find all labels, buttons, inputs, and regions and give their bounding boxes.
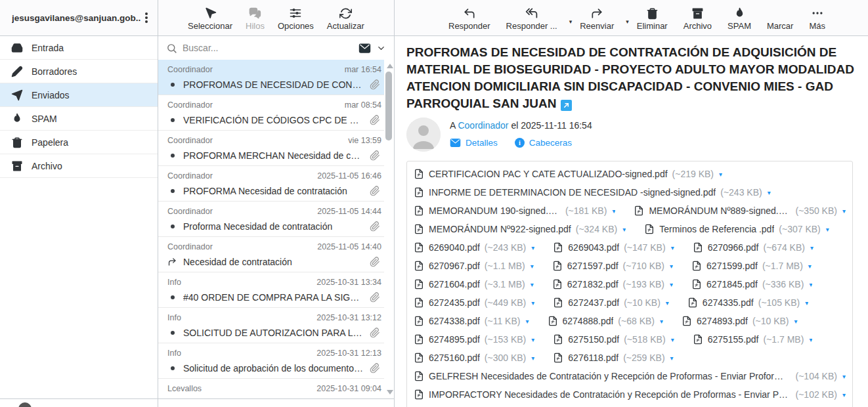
reply-all-button[interactable]: Responder ... [506,5,557,31]
attachment[interactable]: 6270966.pdf (~674 KB) ▾ [693,242,814,253]
attachment[interactable]: IMPORFACTORY Necesidades de Contratación… [414,389,846,400]
attachment[interactable]: 6274893.pdf (~10 KB) ▾ [682,316,798,326]
attachment[interactable]: 6270967.pdf (~1.1 MB) ▾ [414,261,534,271]
message-list-item[interactable]: Coordinador 2025-11-05 14:44 Proforma Ne… [158,202,384,237]
sidebar-item-enviados[interactable]: Enviados [0,83,158,107]
attachment-dropdown-icon[interactable]: ▾ [768,189,771,196]
threads-button[interactable]: Hilos [246,5,265,31]
attachment-dropdown-icon[interactable]: ▾ [842,207,846,215]
message-list-item[interactable]: Info 2025-10-31 13:34 #40 ORDEN DE COMPR… [158,272,384,308]
spam-button[interactable]: SPAM [727,5,751,31]
attachment[interactable]: 6274888.pdf (~68 KB) ▾ [548,316,664,326]
chevron-down-icon[interactable] [376,43,386,53]
attachment-dropdown-icon[interactable]: ▾ [810,244,814,251]
attachment[interactable]: MEMORÁNDUM Nº922-signed.pdf (~324 KB) ▾ [414,224,626,234]
attachment[interactable]: 6271599.pdf (~1.7 MB) ▾ [691,261,812,271]
attachment-dropdown-icon[interactable]: ▾ [842,391,846,398]
message-list-item[interactable]: Coordinador mar 08:54 VERIFICACIÓN DE CÓ… [158,95,384,131]
scroll-down-icon[interactable] [387,390,393,395]
delete-button[interactable]: Eliminar [637,5,668,31]
scroll-up-icon[interactable] [387,64,393,68]
attachment[interactable]: 6276118.pdf (~259 KB) ▾ [553,353,673,363]
attachment[interactable]: 6275150.pdf (~518 KB) ▾ [553,334,674,345]
refresh-button[interactable]: Actualizar [327,5,364,31]
message-list-item[interactable]: Info 2025-10-31 12:13 Solicitud de aprob… [158,343,384,379]
attachment[interactable]: 6272437.pdf (~10 KB) ▾ [553,297,669,308]
sidebar-item-borradores[interactable]: Borradores [0,60,158,83]
search-input[interactable] [183,43,353,53]
attachment-dropdown-icon[interactable]: ▾ [809,281,812,288]
mark-button[interactable]: undefined Marcar [767,5,793,31]
attachment-dropdown-icon[interactable]: ▾ [612,207,615,215]
attachment-dropdown-icon[interactable]: ▾ [671,244,674,251]
details-link[interactable]: Detalles [450,137,498,148]
more-button[interactable]: Más [809,5,825,31]
attachment[interactable]: 6275155.pdf (~1.7 MB) ▾ [693,334,813,345]
attachment[interactable]: MEMORANDUM 190-signed.pdf (~181 KB) ▾ [414,205,615,216]
scrollbar-thumb[interactable] [385,72,392,140]
message-list-item[interactable]: Lcevallos 2025-10-31 09:04 [158,379,384,398]
reply-button[interactable]: Responder [448,5,490,31]
attachment-dropdown-icon[interactable]: ▾ [670,281,673,288]
attachment-dropdown-icon[interactable]: ▾ [525,318,529,325]
message-list-item[interactable]: Coordinador vie 13:59 PROFORMA MERCHAN N… [158,131,384,166]
attachment[interactable]: INFORME DE DETERMINACION DE NECESIDAD -s… [414,187,771,198]
attachment-dropdown-icon[interactable]: ▾ [531,281,534,288]
account-menu-icon[interactable] [141,11,152,24]
attachment-dropdown-icon[interactable]: ▾ [531,354,534,362]
attachment[interactable]: 6274338.pdf (~11 KB) ▾ [414,316,529,326]
message-list-item[interactable]: Info 2025-10-31 13:12 SOLICITUD DE AUTOR… [158,308,384,343]
attachment[interactable]: CERTIFICACION PAC Y CATE ACTUALIZADO-sig… [414,169,722,179]
attachment-dropdown-icon[interactable]: ▾ [808,263,812,270]
attachment-dropdown-icon[interactable]: ▾ [660,318,663,325]
attachment[interactable]: Terminos de Referencia .pdf (~307 KB) ▾ [644,224,829,234]
attachment-dropdown-icon[interactable]: ▾ [670,354,674,362]
attachment-dropdown-icon[interactable]: ▾ [842,373,846,380]
archive-button[interactable]: Archivo [684,5,712,31]
select-button[interactable]: Seleccionar [188,5,232,31]
attachment-dropdown-icon[interactable]: ▾ [826,226,829,233]
attachment[interactable]: 6271604.pdf (~3.1 MB) ▾ [414,279,534,289]
forward-dropdown-icon[interactable]: ▾ [626,18,629,25]
attachment-dropdown-icon[interactable]: ▾ [671,336,674,343]
attachment[interactable]: 6271832.pdf (~193 KB) ▾ [552,279,673,289]
headers-link[interactable]: i Cabeceras [515,138,572,148]
list-scrollbar[interactable] [385,61,393,397]
sidebar-item-spam[interactable]: SPAM [0,107,158,131]
attachment[interactable]: 6269040.pdf (~243 KB) ▾ [414,242,534,253]
attachment[interactable]: 6274895.pdf (~153 KB) ▾ [414,334,534,345]
sidebar-item-entrada[interactable]: Entrada [0,36,158,60]
message-list-item[interactable]: Coordinador mar 16:54 PROFROMAS DE NECES… [158,60,384,95]
envelope-filter-icon[interactable] [358,42,371,54]
reply-all-dropdown-icon[interactable]: ▾ [569,18,573,25]
attachment[interactable]: MEMORÁNDUM Nº889-signed.pdf (~350 KB) ▾ [634,205,846,216]
attachment-dropdown-icon[interactable]: ▾ [805,299,808,307]
attachment[interactable]: GELFRESH Necesidades de Contratación y R… [414,371,846,381]
attachment-dropdown-icon[interactable]: ▾ [622,226,626,233]
attachment-dropdown-icon[interactable]: ▾ [794,318,798,325]
options-button[interactable]: Opciones [278,5,314,31]
external-link-icon[interactable] [561,100,572,111]
attachment-dropdown-icon[interactable]: ▾ [809,336,812,343]
attachment-dropdown-icon[interactable]: ▾ [719,171,722,178]
attachment-dropdown-icon[interactable]: ▾ [531,244,534,251]
attachment-size: (~1.1 MB) [485,261,525,271]
sidebar-item-papelera[interactable]: Papelera [0,131,158,154]
attachment[interactable]: 6272435.pdf (~449 KB) ▾ [414,297,534,308]
attachment-dropdown-icon[interactable]: ▾ [531,299,534,307]
attachment-dropdown-icon[interactable]: ▾ [670,263,673,270]
settings-icon[interactable] [18,402,32,407]
attachment-dropdown-icon[interactable]: ▾ [531,336,534,343]
attachment[interactable]: 6274335.pdf (~105 KB) ▾ [687,297,808,308]
forward-button[interactable]: Reenviar [580,5,614,31]
attachment[interactable]: 6275160.pdf (~300 KB) ▾ [414,353,534,363]
recipient-link[interactable]: Coordinador [458,120,508,131]
attachment[interactable]: 6271845.pdf (~336 KB) ▾ [691,279,812,289]
attachment-dropdown-icon[interactable]: ▾ [531,263,534,270]
attachment[interactable]: 6271597.pdf (~710 KB) ▾ [552,261,673,271]
attachment[interactable]: 6269043.pdf (~147 KB) ▾ [553,242,674,253]
message-list-item[interactable]: Coordinador 2025-11-05 14:40 Necesidad d… [158,237,384,272]
sidebar-item-archivo[interactable]: Archivo [0,154,158,178]
message-list-item[interactable]: Coordinador 2025-11-05 16:46 PROFORMA Ne… [158,166,384,202]
attachment-dropdown-icon[interactable]: ▾ [666,299,669,307]
